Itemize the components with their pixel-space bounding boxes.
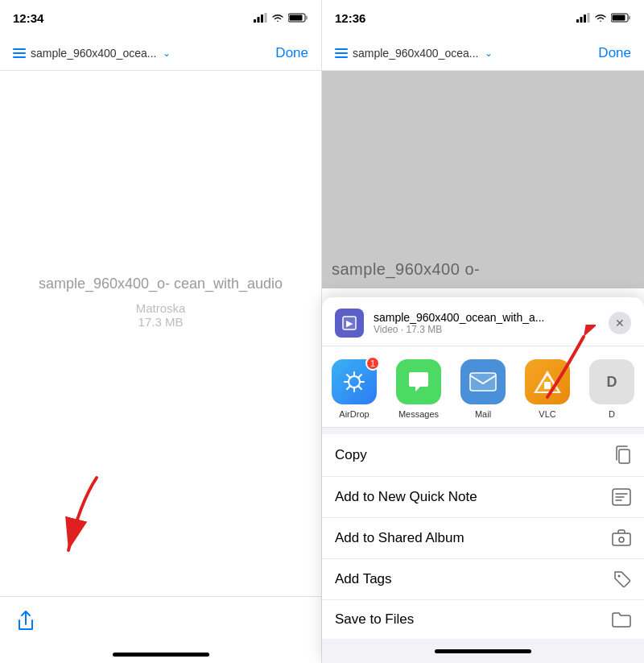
- save-files-action[interactable]: Save to Files: [322, 600, 644, 639]
- airdrop-badge: 1: [365, 356, 380, 371]
- svg-rect-5: [306, 16, 308, 20]
- svg-rect-10: [584, 15, 586, 23]
- hamburger-icon: [13, 48, 26, 58]
- quick-note-label: Add to New Quick Note: [335, 489, 477, 505]
- left-status-bar: 12:34: [0, 0, 321, 35]
- right-time: 12:36: [335, 11, 365, 25]
- video-file-icon: ▶: [341, 315, 357, 331]
- battery-icon: [288, 13, 308, 23]
- right-nav-left: sample_960x400_ocea... ⌄: [335, 47, 598, 60]
- messages-app-item[interactable]: Messages: [386, 359, 451, 419]
- left-nav-bar: sample_960x400_ocea... ⌄ Done: [0, 35, 321, 71]
- right-hamburger-icon: [335, 48, 348, 58]
- copy-action[interactable]: Copy: [322, 434, 644, 477]
- right-nav-title: sample_960x400_ocea...: [353, 47, 478, 60]
- more-app-item[interactable]: D D: [580, 359, 644, 419]
- file-type-icon: ▶: [335, 309, 364, 338]
- vlc-icon: [525, 359, 570, 404]
- vlc-app-item[interactable]: VLC: [515, 359, 580, 419]
- svg-rect-2: [261, 15, 263, 23]
- svg-rect-6: [290, 15, 303, 21]
- svg-rect-14: [613, 15, 625, 21]
- home-bar: [435, 649, 531, 653]
- copy-icon: [613, 445, 631, 465]
- left-status-icons: [254, 13, 308, 23]
- share-file-name: sample_960x400_ocean_with_a...: [374, 311, 599, 324]
- more-icon: D: [589, 359, 634, 404]
- messages-icon: [396, 359, 441, 404]
- left-content: sample_960x400_o- cean_with_audio Matros…: [0, 71, 321, 596]
- svg-rect-23: [544, 382, 551, 389]
- chevron-down-icon: ⌄: [163, 48, 171, 59]
- svg-rect-0: [254, 19, 256, 23]
- mail-icon: [460, 359, 506, 404]
- home-indicator-left: [113, 653, 209, 657]
- signal-icon: [254, 13, 267, 23]
- file-size: 17.3 MB: [138, 315, 184, 329]
- vlc-label: VLC: [539, 409, 555, 419]
- share-sheet-header: ▶ sample_960x400_ocean_with_a... Video ·…: [322, 297, 644, 346]
- share-file-info: sample_960x400_ocean_with_a... Video · 1…: [374, 311, 599, 335]
- left-panel: 12:34 sample_9: [0, 0, 322, 663]
- shared-album-action[interactable]: Add to Shared Album: [322, 518, 644, 559]
- left-bottom-toolbar: [0, 596, 321, 663]
- add-tags-action[interactable]: Add Tags: [322, 559, 644, 600]
- video-preview: sample_960x400 o-: [322, 71, 644, 288]
- airdrop-icon: 1: [332, 359, 377, 404]
- tags-icon: [613, 570, 631, 588]
- left-nav-left: sample_960x400_ocea... ⌄: [13, 47, 275, 60]
- left-time: 12:34: [13, 11, 43, 25]
- svg-rect-26: [613, 533, 630, 545]
- wifi-icon: [271, 13, 284, 23]
- right-battery-icon: [611, 13, 631, 23]
- airdrop-logo: [341, 369, 367, 395]
- file-type: Matroska: [136, 301, 186, 315]
- share-icon: [16, 610, 35, 632]
- right-panel: 12:36 sample_9: [322, 0, 644, 663]
- left-done-button[interactable]: Done: [275, 45, 308, 61]
- shared-album-icon: [612, 529, 631, 547]
- right-nav-bar: sample_960x400_ocea... ⌄ Done: [322, 35, 644, 71]
- app-icons-row: 1 AirDrop Messages: [322, 346, 644, 428]
- right-wifi-icon: [594, 13, 607, 23]
- home-indicator-right: [322, 639, 644, 663]
- svg-rect-9: [580, 17, 583, 23]
- svg-rect-8: [576, 19, 579, 23]
- svg-text:▶: ▶: [346, 318, 353, 328]
- svg-rect-19: [470, 373, 496, 391]
- right-chevron-down-icon: ⌄: [485, 48, 493, 59]
- airdrop-label: AirDrop: [339, 409, 369, 419]
- left-nav-title: sample_960x400_ocea...: [31, 47, 156, 60]
- video-preview-text: sample_960x400 o-: [332, 260, 480, 279]
- quick-note-action[interactable]: Add to New Quick Note: [322, 477, 644, 518]
- action-list: Copy Add to New Quick Note Add to Shared…: [322, 434, 644, 639]
- share-sheet: ▶ sample_960x400_ocean_with_a... Video ·…: [322, 297, 644, 663]
- mail-app-item[interactable]: Mail: [451, 359, 515, 419]
- add-tags-label: Add Tags: [335, 571, 392, 587]
- share-file-meta: Video · 17.3 MB: [374, 324, 599, 335]
- svg-rect-1: [258, 17, 260, 23]
- quick-note-icon: [612, 488, 631, 506]
- right-status-icons: [576, 13, 631, 23]
- mail-logo: [469, 372, 497, 392]
- airdrop-app-item[interactable]: 1 AirDrop: [322, 359, 386, 419]
- shared-album-label: Add to Shared Album: [335, 530, 464, 546]
- svg-rect-11: [588, 13, 590, 23]
- save-files-label: Save to Files: [335, 611, 414, 628]
- right-done-button[interactable]: Done: [598, 45, 631, 61]
- close-sheet-button[interactable]: ✕: [609, 312, 631, 334]
- svg-point-28: [618, 575, 621, 578]
- copy-label: Copy: [335, 447, 367, 463]
- messages-label: Messages: [398, 409, 439, 419]
- mail-label: Mail: [475, 409, 491, 419]
- files-icon: [612, 611, 631, 628]
- vlc-logo: [534, 369, 561, 395]
- svg-rect-24: [619, 450, 630, 463]
- right-signal-icon: [576, 13, 590, 23]
- svg-point-27: [619, 537, 624, 542]
- right-status-bar: 12:36: [322, 0, 644, 35]
- more-label: D: [609, 409, 615, 419]
- svg-rect-3: [265, 13, 267, 23]
- svg-rect-13: [629, 16, 630, 20]
- share-button[interactable]: [13, 607, 39, 638]
